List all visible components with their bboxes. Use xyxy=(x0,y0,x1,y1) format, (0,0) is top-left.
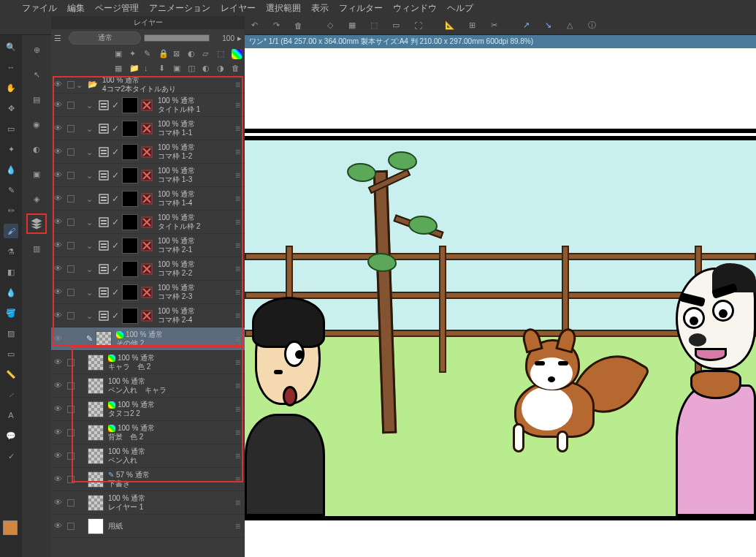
layer-row[interactable]: 👁✎100 % 通常その他 2≡ xyxy=(51,327,245,351)
frame-icon[interactable]: ▭ xyxy=(4,346,18,361)
visibility-icon[interactable]: 👁 xyxy=(54,170,64,181)
eraser-icon[interactable]: ◧ xyxy=(4,265,18,279)
mask-disabled-icon[interactable] xyxy=(140,216,153,229)
chevron-down-icon[interactable]: ⌄ xyxy=(86,288,95,297)
layer-row[interactable]: 👁✎57 % 通常下書き≡ xyxy=(51,468,245,491)
visibility-icon[interactable]: 👁 xyxy=(54,287,64,298)
layer-menu-icon[interactable]: ≡ xyxy=(235,428,240,438)
enable-mask-checkmark[interactable]: ✓ xyxy=(112,311,119,321)
enable-mask-checkmark[interactable]: ✓ xyxy=(112,170,119,181)
layer-name[interactable]: コマ枠 1-2 xyxy=(158,152,235,161)
checkbox[interactable] xyxy=(67,452,75,460)
checkbox[interactable] xyxy=(67,476,75,483)
mask-disabled-icon[interactable] xyxy=(140,169,153,182)
enable-mask-checkmark[interactable]: ✓ xyxy=(112,147,119,157)
layer-name[interactable]: タヌコ2 2 xyxy=(108,409,235,418)
enable-mask-checkmark[interactable]: ✓ xyxy=(112,287,119,298)
layer-menu-icon[interactable]: ≡ xyxy=(235,311,240,321)
layer-menu-icon[interactable]: ≡ xyxy=(235,357,240,368)
invert-icon[interactable]: ⬚ xyxy=(364,18,383,34)
layer-row[interactable]: 👁⌄✓100 % 通常コマ枠 1-3≡ xyxy=(51,164,245,187)
wand-icon[interactable]: ✦ xyxy=(4,142,18,156)
layer-row[interactable]: 👁100 % 通常背景 色 2≡ xyxy=(51,421,245,444)
visibility-icon[interactable]: 👁 xyxy=(54,381,64,391)
new-layer-icon[interactable]: ▦ xyxy=(115,64,125,74)
clip-icon[interactable]: ▣ xyxy=(115,49,125,59)
new-folder-icon[interactable]: 📁 xyxy=(129,64,140,74)
checkbox[interactable] xyxy=(67,102,75,109)
combine-icon[interactable]: ▣ xyxy=(173,64,183,74)
chevron-down-icon[interactable]: ⌄ xyxy=(86,311,95,320)
visibility-icon[interactable]: 👁 xyxy=(54,264,64,274)
layer-row[interactable]: 👁⌄✓100 % 通常コマ枠 1-1≡ xyxy=(51,117,245,140)
gradient-icon[interactable]: ▨ xyxy=(4,326,18,341)
subtool-spiral-icon[interactable]: ◉ xyxy=(26,114,47,134)
lock2-icon[interactable]: ⊠ xyxy=(173,49,183,59)
layer-row[interactable]: 👁⌄✓100 % 通常コマ枠 2-2≡ xyxy=(51,257,245,281)
blend-mode-dropdown[interactable]: 通常 xyxy=(69,31,141,45)
layer-name[interactable]: コマ枠 2-4 xyxy=(158,316,235,325)
menu-help[interactable]: ヘルプ xyxy=(447,2,473,15)
layer-menu-icon[interactable]: ≡ xyxy=(235,287,240,298)
checkbox[interactable] xyxy=(67,523,75,530)
layer-color-icon[interactable] xyxy=(232,49,242,59)
visibility-icon[interactable]: 👁 xyxy=(54,217,64,227)
layer-row[interactable]: 👁100 % 通常レイヤー 1≡ xyxy=(51,491,245,515)
visibility-icon[interactable]: 👁 xyxy=(54,240,64,251)
visibility-icon[interactable]: 👁 xyxy=(54,80,64,90)
airbrush-icon[interactable]: ⚗ xyxy=(4,244,18,259)
lock-icon[interactable]: 🔒 xyxy=(159,49,169,59)
checkbox[interactable] xyxy=(67,148,75,156)
chevron-down-icon[interactable]: ⌄ xyxy=(86,124,95,133)
checkbox[interactable] xyxy=(67,382,75,390)
trash-icon[interactable]: 🗑 xyxy=(289,18,308,34)
layer-menu-icon[interactable]: ≡ xyxy=(235,194,240,204)
layer-menu-icon[interactable]: ≡ xyxy=(235,474,240,485)
visibility-icon[interactable]: 👁 xyxy=(54,357,64,368)
layer-name[interactable]: 背景 色 2 xyxy=(108,433,235,442)
zoom-icon[interactable]: 🔍 xyxy=(4,39,18,54)
layer-menu-icon[interactable]: ≡ xyxy=(235,147,240,157)
visibility-icon[interactable]: 👁 xyxy=(54,100,64,110)
checkbox[interactable] xyxy=(67,336,75,343)
layer-menu-icon[interactable]: ≡ xyxy=(235,404,240,414)
transfer-icon[interactable]: ↓ xyxy=(144,64,154,74)
foreground-color-swatch[interactable] xyxy=(3,520,18,535)
layer-row[interactable]: 👁⌄✓100 % 通常コマ枠 2-4≡ xyxy=(51,304,245,327)
visibility-icon[interactable]: 👁 xyxy=(54,428,64,438)
mask2-icon[interactable]: ◐ xyxy=(202,64,213,74)
select-all-icon[interactable]: ▦ xyxy=(343,18,362,34)
canvas-area[interactable] xyxy=(245,48,756,557)
layer-name[interactable]: 用紙 xyxy=(108,522,235,531)
checkbox[interactable] xyxy=(67,219,75,226)
mask-icon[interactable]: ◐ xyxy=(188,49,198,59)
layer-name[interactable]: コマ枠 2-3 xyxy=(158,292,235,301)
layer-row[interactable]: 👁100 % 通常ペン入れ≡ xyxy=(51,444,245,468)
layer-name[interactable]: コマ枠 1-1 xyxy=(158,129,235,137)
visibility-icon[interactable]: 👁 xyxy=(54,404,64,414)
layer-name[interactable]: 4コマ2本タイトルあり xyxy=(102,85,235,94)
move-icon[interactable]: ↔ xyxy=(4,60,18,75)
layer-name[interactable]: タイトル枠 2 xyxy=(158,222,235,231)
chevron-down-icon[interactable]: ⌄ xyxy=(86,218,95,227)
layer-row[interactable]: 👁100 % 通常キャラ 色 2≡ xyxy=(51,351,245,374)
layer-menu-icon[interactable]: ≡ xyxy=(235,80,240,90)
visibility-icon[interactable]: 👁 xyxy=(54,451,64,461)
transform-icon[interactable]: ✥ xyxy=(4,101,18,115)
merge-icon[interactable]: ⬇ xyxy=(159,64,169,74)
layer-name[interactable]: レイヤー 1 xyxy=(108,503,235,512)
layer-menu-icon[interactable]: ≡ xyxy=(235,334,240,344)
enable-mask-checkmark[interactable]: ✓ xyxy=(112,100,119,110)
mask-disabled-icon[interactable] xyxy=(140,309,153,322)
perspective-icon[interactable]: △ xyxy=(560,18,579,34)
link-icon[interactable]: ⬚ xyxy=(217,49,227,59)
chevron-down-icon[interactable]: ⌄ xyxy=(86,265,95,273)
eyedropper-icon[interactable]: 💧 xyxy=(4,162,18,177)
mask-disabled-icon[interactable] xyxy=(140,99,153,112)
layer-row[interactable]: 👁⌄📂100 % 通常4コマ2本タイトルあり≡ xyxy=(51,76,245,94)
subtool-history-icon[interactable]: ▥ xyxy=(26,238,47,259)
menu-filter[interactable]: フィルター xyxy=(339,2,383,15)
visibility-icon[interactable]: 👁 xyxy=(54,474,64,485)
layer-row[interactable]: 👁⌄✓100 % 通常コマ枠 2-1≡ xyxy=(51,234,245,257)
menu-animation[interactable]: アニメーション xyxy=(149,2,210,15)
